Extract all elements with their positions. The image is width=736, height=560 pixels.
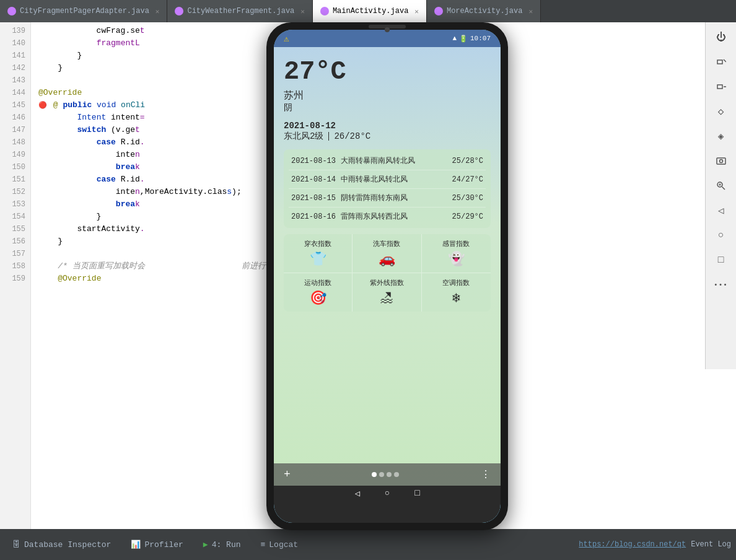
emulator-more-button[interactable]: ••• [711,275,731,295]
battery-icon: 🔋 [459,35,468,43]
back-nav-button[interactable]: ◁ [354,488,359,499]
line-num-144: 144 [0,87,30,99]
emulator-home-button[interactable]: ○ [711,225,731,245]
tab-close-icon[interactable]: ✕ [156,7,160,15]
emulator-back-button[interactable]: ◁ [711,201,731,221]
phone-nav-bar: ◁ ○ □ [274,486,501,523]
phone-outer: ⚠ ▲ 🔋 10:07 27°C 苏州 阴 2021-08-12 东北风2级 2… [266,22,508,530]
tab-icon-java2 [175,7,183,15]
emulator-volume-down-button[interactable] [711,77,731,97]
add-button[interactable]: + [284,468,291,481]
tab-label: MainActivity.java [333,7,408,15]
database-inspector-tab[interactable]: 🗄 Database Inspector [5,536,118,553]
dot-3 [387,472,392,477]
forecast-row-3: 2021-08-16 雷阵雨东风转西北风 25/29°C [289,208,486,225]
home-nav-button[interactable]: ○ [385,488,390,498]
line-num-150: 150 [0,161,30,173]
run-label: 4: Run [212,540,241,549]
tab-close-icon3[interactable]: ✕ [414,7,419,15]
forecast-temp-2: 25/30°C [440,194,483,203]
phone-nav-buttons: ◁ ○ □ [274,486,501,501]
index-grid: 穿衣指数 👕 洗车指数 🚗 感冒指数 👻 运动指数 🎯 [284,234,491,312]
phone-toolbar: + ⋮ [274,463,501,486]
exercise-icon: 🎯 [310,290,326,307]
phone-status-bar: ⚠ ▲ 🔋 10:07 [274,30,501,47]
forecast-temp-1: 24/27°C [440,175,483,184]
emulator-eraser-button[interactable]: ◈ [711,126,731,146]
index-cell-exercise: 运动指数 🎯 [284,273,353,312]
logcat-label: Logcat [269,540,298,549]
line-num-156: 156 [0,235,30,248]
emulator-volume-up-button[interactable] [711,52,731,72]
carwash-label: 洗车指数 [373,239,400,248]
emulator-zoom-button[interactable] [711,176,731,196]
tab-label: MoreActivity.java [447,7,522,15]
status-right: ▲ 🔋 10:07 [452,35,491,43]
forecast-table: 2021-08-13 大雨转暴雨南风转北风 25/28°C 2021-08-14… [284,149,491,228]
cold-icon: 👻 [448,251,465,268]
tab-close-icon2[interactable]: ✕ [300,7,305,15]
uv-label: 紫外线指数 [370,278,404,287]
logcat-icon: ≡ [261,540,266,549]
phone-screen: ⚠ ▲ 🔋 10:07 27°C 苏州 阴 2021-08-12 东北风2级 2… [274,30,501,523]
forecast-date-3: 2021-08-16 [291,212,341,221]
line-num-146: 146 [0,112,30,124]
more-options-icon[interactable]: ⋮ [481,468,491,481]
svg-point-5 [719,160,722,163]
svg-line-7 [722,187,725,190]
ac-label: 空调指数 [442,278,470,287]
forecast-row-0: 2021-08-13 大雨转暴雨南风转北风 25/28°C [289,152,486,170]
city-name: 苏州 [284,89,491,102]
emulator-screenshot-button[interactable] [711,151,731,171]
line-num-140: 140 [0,37,30,50]
line-num-151: 151 [0,173,30,186]
forecast-temp-3: 25/29°C [440,212,483,221]
profiler-tab[interactable]: 📊 Profiler [123,536,190,553]
temperature-display: 27°C [284,57,491,87]
emulator-tag-button[interactable]: ◇ [711,102,731,121]
line-num-148: 148 [0,136,30,149]
tab-main-activity[interactable]: MainActivity.java ✕ [313,0,427,22]
tab-icon-java [7,7,16,15]
line-num-149: 149 [0,149,30,161]
wind-label: 东北风2级 [284,131,323,142]
index-cell-uv: 紫外线指数 🏖 [353,273,421,312]
emulator-power-button[interactable]: ⏻ [711,27,731,47]
run-tab[interactable]: ▶ 4: Run [196,536,248,553]
uv-icon: 🏖 [380,290,393,307]
line-num-153: 153 [0,198,30,211]
line-num-159: 159 [0,273,30,285]
tab-close-icon4[interactable]: ✕ [528,7,533,15]
logcat-tab[interactable]: ≡ Logcat [253,536,306,553]
forecast-weather-2: 阴转雷阵雨转东南风 [341,193,440,203]
phone-camera [385,27,390,32]
line-num-154: 154 [0,211,30,223]
separator [328,132,329,141]
temp-range: 26/28°C [334,131,370,141]
svg-line-1 [724,59,726,62]
database-inspector-icon: 🗄 [12,540,20,549]
forecast-temp-0: 25/28°C [440,157,483,165]
tab-city-weather-fragment[interactable]: CityWeatherFragment.java ✕ [167,0,312,22]
line-num-143: 143 [0,74,30,87]
tab-city-fragment-pager-adapter[interactable]: CityFragmentPagerAdapter.java ✕ [0,0,167,22]
event-log-label[interactable]: Event Log [691,540,731,549]
line-num-142: 142 [0,62,30,74]
recents-nav-button[interactable]: □ [414,488,419,498]
index-cell-carwash: 洗车指数 🚗 [353,234,421,273]
line-num-147: 147 [0,124,30,136]
forecast-date-1: 2021-08-14 [291,175,341,184]
forecast-date-0: 2021-08-13 [291,157,341,165]
weather-date: 2021-08-12 [284,121,491,131]
time-display: 10:07 [470,35,491,42]
emulator-recents-button[interactable]: □ [711,250,731,270]
bottom-right-area: https://blog.csdn.net/qt Event Log [579,540,731,549]
csdn-url[interactable]: https://blog.csdn.net/qt [579,540,686,549]
profiler-icon: 📊 [131,540,141,549]
profiler-label: Profiler [144,540,183,549]
carwash-icon: 🚗 [379,251,395,268]
dot-4 [394,472,399,477]
line-num-152: 152 [0,186,30,198]
phone-mockup: ⚠ ▲ 🔋 10:07 27°C 苏州 阴 2021-08-12 东北风2级 2… [266,22,508,530]
tab-more-activity[interactable]: MoreActivity.java ✕ [427,0,541,22]
